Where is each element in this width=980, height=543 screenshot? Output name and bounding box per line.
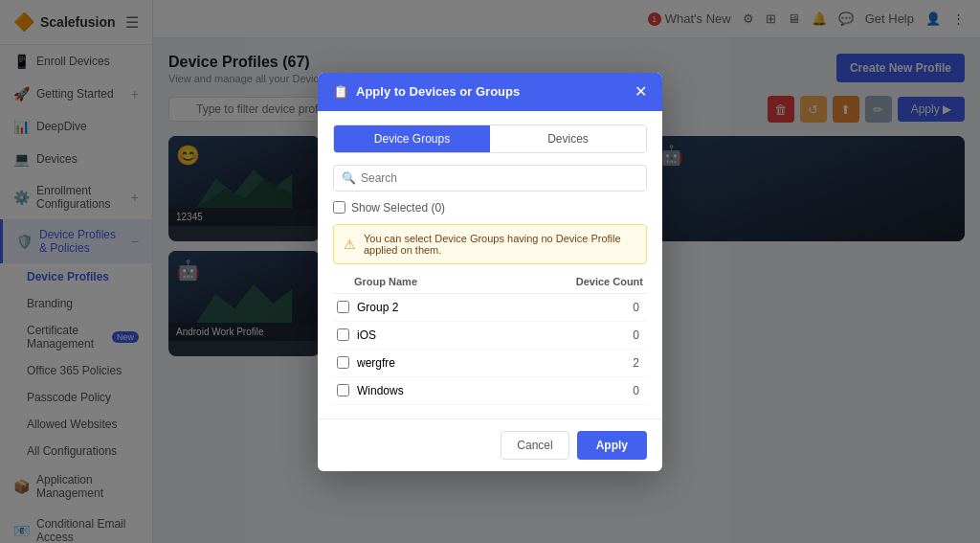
group-name: iOS [357,328,376,342]
modal-header: 📋 Apply to Devices or Groups ✕ [318,73,662,111]
table-row: wergfre 2 [333,350,647,377]
group-name: Windows [357,384,404,397]
group-checkbox[interactable] [337,301,349,313]
group-row-label[interactable]: iOS [337,328,633,342]
group-row-label[interactable]: Group 2 [337,301,633,314]
group-count: 0 [633,301,643,314]
modal-search-icon: 🔍 [342,171,356,185]
group-count: 2 [633,356,643,370]
cancel-button[interactable]: Cancel [501,431,568,460]
modal-close-button[interactable]: ✕ [635,84,647,100]
table-row: Windows 0 [333,377,647,405]
table-header: Group Name Device Count [333,276,647,294]
apply-modal: 📋 Apply to Devices or Groups ✕ Device Gr… [318,73,662,471]
table-row: iOS 0 [333,322,647,350]
group-checkbox[interactable] [337,384,349,396]
col-device-count: Device Count [576,276,643,287]
modal-overlay: 📋 Apply to Devices or Groups ✕ Device Gr… [0,0,980,543]
modal-title-text: Apply to Devices or Groups [356,84,520,99]
modal-title: 📋 Apply to Devices or Groups [333,84,520,99]
modal-title-icon: 📋 [333,84,348,99]
modal-apply-button[interactable]: Apply [577,431,647,460]
group-count: 0 [633,328,643,342]
group-count: 0 [633,384,643,397]
group-checkbox[interactable] [337,356,349,369]
group-row-label[interactable]: wergfre [337,356,633,370]
info-icon: ⚠ [344,237,356,252]
group-row-label[interactable]: Windows [337,384,633,397]
show-selected-label: Show Selected (0) [351,201,445,215]
col-group-name: Group Name [354,276,417,287]
group-name: wergfre [357,356,395,370]
tab-device-groups[interactable]: Device Groups [334,125,490,152]
modal-body: Device Groups Devices 🔍 Show Selected (0… [318,111,662,419]
info-banner: ⚠ You can select Device Groups having no… [333,224,647,264]
show-selected-checkbox[interactable] [333,201,345,214]
modal-search-wrap: 🔍 [333,165,647,192]
group-checkbox[interactable] [337,328,349,341]
show-selected-row: Show Selected (0) [333,201,647,215]
table-row: Group 2 0 [333,294,647,322]
info-message: You can select Device Groups having no D… [364,233,636,256]
modal-table: Group 2 0 iOS 0 wergfre 2 [333,294,647,405]
group-name: Group 2 [357,301,398,314]
tab-devices[interactable]: Devices [490,125,646,152]
modal-search-input[interactable] [333,165,647,192]
modal-footer: Cancel Apply [318,419,662,471]
modal-tabs: Device Groups Devices [333,124,647,153]
